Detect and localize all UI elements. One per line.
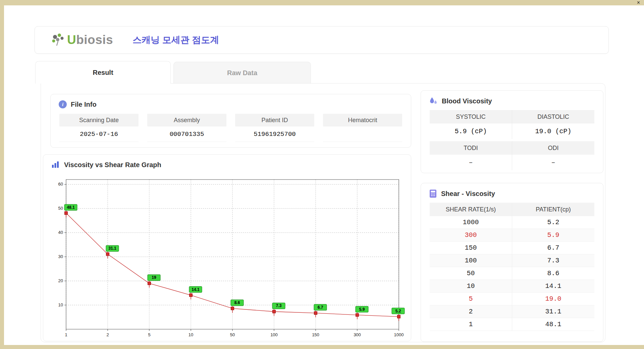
file-info-fields: Scanning Date 2025-07-16 Assembly 000701… — [51, 112, 411, 142]
odi-value: – — [512, 155, 594, 170]
app-header: Ubiosis 스캐닝 모세관 점도계 — [35, 26, 609, 54]
svg-text:8.6: 8.6 — [234, 300, 240, 305]
shear-rate-cell: 1 — [430, 318, 512, 331]
svg-text:7.3: 7.3 — [276, 303, 282, 308]
patient-viscosity-cell: 31.1 — [512, 305, 594, 318]
todi-value: – — [430, 155, 512, 170]
file-info-title: File Info — [71, 101, 97, 108]
field-value: 51961925700 — [235, 127, 314, 142]
shear-rate-cell: 150 — [430, 242, 512, 254]
table-row: TODI ODI — [430, 141, 594, 155]
tab-raw-data[interactable]: Raw Data — [173, 62, 311, 84]
file-info-card: i File Info Scanning Date 2025-07-16 Ass… — [50, 94, 411, 148]
close-icon[interactable]: × — [637, 0, 640, 5]
diastolic-header: DIASTOLIC — [512, 110, 594, 123]
svg-text:100: 100 — [270, 332, 278, 337]
logo-text: Ubiosis — [67, 33, 113, 47]
svg-text:19: 19 — [152, 275, 156, 280]
patient-viscosity-cell: 5.9 — [512, 229, 594, 241]
systolic-header: SYSTOLIC — [430, 110, 512, 123]
shear-viscosity-title: Shear - Viscosity — [441, 190, 495, 198]
field-label: Hematocrit — [323, 114, 402, 127]
table-row: 150 6.7 — [430, 242, 594, 254]
svg-text:60: 60 — [58, 182, 63, 187]
todi-header: TODI — [430, 141, 512, 155]
shear-rate-cell: 300 — [430, 229, 512, 241]
blood-viscosity-card: Blood Viscosity SYSTOLIC DIASTOLIC 5.9 (… — [421, 90, 603, 173]
table-row: 10 14.1 — [430, 280, 594, 293]
svg-text:300: 300 — [354, 332, 361, 337]
field-patient-id: Patient ID 51961925700 — [235, 114, 314, 142]
shear-rate-cell: 2 — [430, 305, 512, 318]
svg-text:1000: 1000 — [394, 332, 404, 337]
logo-letters-rest: biosis — [76, 33, 113, 47]
table-row: 50 8.6 — [430, 267, 594, 280]
table-row: 1 48.1 — [430, 318, 594, 331]
svg-text:50: 50 — [230, 332, 235, 337]
field-label: Assembly — [147, 114, 226, 127]
tab-result[interactable]: Result — [35, 61, 171, 84]
shear-rate-cell: 100 — [430, 254, 512, 267]
table-row: SYSTOLIC DIASTOLIC — [430, 110, 594, 123]
svg-text:10: 10 — [58, 302, 63, 307]
table-row: 5 19.0 — [430, 293, 594, 305]
svg-text:5.2: 5.2 — [395, 309, 401, 313]
field-label: Patient ID — [235, 114, 314, 127]
field-hematocrit: Hematocrit — [323, 114, 402, 142]
table-row: – – — [430, 155, 594, 170]
field-value — [323, 127, 402, 142]
patient-viscosity-cell: 8.6 — [512, 267, 594, 280]
svg-text:1: 1 — [65, 332, 67, 337]
field-value: 2025-07-16 — [59, 127, 139, 142]
table-row: 5.9 (cP) 19.0 (cP) — [430, 123, 594, 139]
systolic-value: 5.9 (cP) — [430, 123, 512, 139]
patient-viscosity-cell: 7.3 — [512, 254, 594, 267]
logo-letter-u: U — [67, 33, 76, 47]
shear-rate-cell: 50 — [430, 267, 512, 280]
viscosity-graph-card: Viscosity vs Shear Rate Graph 1251050100… — [43, 154, 411, 341]
shear-rate-column-header: SHEAR RATE(1/s) — [430, 203, 512, 216]
ubiosis-logo-icon — [50, 33, 66, 47]
svg-text:6.7: 6.7 — [318, 305, 323, 310]
blood-viscosity-title: Blood Viscosity — [442, 97, 492, 105]
svg-text:5.9: 5.9 — [359, 307, 365, 312]
bar-chart-icon — [51, 161, 60, 169]
patient-column-header: PATIENT(cp) — [512, 203, 594, 216]
svg-text:20: 20 — [58, 278, 63, 283]
diastolic-value: 19.0 (cP) — [512, 123, 594, 139]
droplet-icon — [429, 97, 438, 105]
patient-viscosity-cell: 6.7 — [512, 242, 594, 254]
table-row: 100 7.3 — [430, 254, 594, 267]
calculator-icon — [429, 189, 437, 198]
odi-header: ODI — [512, 141, 594, 155]
viscosity-shear-rate-chart: 1251050100150300100010203040506048.131.1… — [50, 173, 406, 339]
field-assembly: Assembly 000701335 — [147, 114, 226, 142]
svg-text:50: 50 — [58, 206, 63, 211]
shear-viscosity-card: Shear - Viscosity SHEAR RATE(1/s) PATIEN… — [421, 183, 603, 342]
shear-viscosity-table: SHEAR RATE(1/s) PATIENT(cp) 1000 5.2 300… — [421, 202, 603, 332]
svg-text:2: 2 — [106, 332, 109, 337]
svg-text:30: 30 — [58, 254, 63, 259]
field-label: Scanning Date — [59, 114, 139, 127]
table-header-row: SHEAR RATE(1/s) PATIENT(cp) — [430, 203, 594, 216]
patient-viscosity-cell: 19.0 — [512, 293, 594, 305]
shear-rate-cell: 10 — [430, 280, 512, 292]
svg-text:31.1: 31.1 — [108, 246, 116, 251]
info-icon: i — [59, 100, 67, 108]
window-frame-left — [0, 0, 4, 349]
blood-viscosity-table: SYSTOLIC DIASTOLIC 5.9 (cP) 19.0 (cP) TO… — [421, 109, 603, 171]
svg-text:5: 5 — [148, 332, 150, 337]
table-row: 2 31.1 — [430, 305, 594, 318]
svg-text:48.1: 48.1 — [67, 205, 75, 210]
table-row: 1000 5.2 — [430, 216, 594, 229]
field-value: 000701335 — [147, 127, 226, 142]
patient-viscosity-cell: 14.1 — [512, 280, 594, 292]
svg-text:150: 150 — [312, 332, 319, 337]
page-title: 스캐닝 모세관 점도계 — [132, 34, 219, 46]
ubiosis-logo: Ubiosis — [50, 33, 113, 47]
patient-viscosity-cell: 48.1 — [512, 318, 594, 331]
svg-text:10: 10 — [189, 332, 193, 337]
table-row: 300 5.9 — [430, 229, 594, 242]
shear-rate-cell: 5 — [430, 293, 512, 305]
patient-viscosity-cell: 5.2 — [512, 216, 594, 229]
